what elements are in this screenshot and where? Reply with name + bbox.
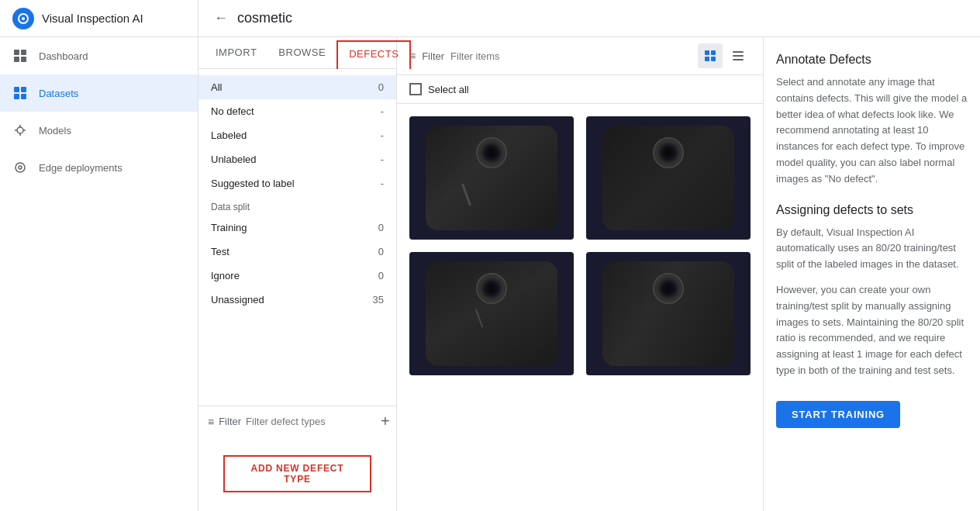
defect-training-label: Training: [211, 222, 247, 233]
annotate-defects-text: Select and annotate any image that conta…: [776, 74, 968, 188]
defect-item-unassigned[interactable]: Unassigned 35: [198, 288, 396, 312]
add-defect-type-icon[interactable]: +: [381, 413, 390, 430]
svg-rect-21: [733, 51, 744, 53]
select-all-row: Select all: [397, 75, 763, 104]
top-bar: Visual Inspection AI ← cosmetic: [0, 0, 980, 37]
grid-view-button[interactable]: [698, 43, 723, 68]
svg-rect-2: [14, 50, 19, 55]
defect-all-label: All: [211, 81, 222, 93]
defect-item-no-defect[interactable]: No defect -: [198, 99, 396, 123]
defect-item-all[interactable]: All 0: [198, 75, 396, 99]
image-toolbar: ≡ Filter: [397, 37, 763, 75]
assigning-defects-title: Assigning defects to sets: [776, 203, 968, 217]
list-view-button[interactable]: [726, 43, 751, 68]
svg-rect-20: [711, 57, 716, 61]
svg-rect-19: [705, 57, 709, 61]
defect-unassigned-count: 35: [373, 294, 384, 306]
defect-labeled-label: Labeled: [211, 129, 247, 141]
back-button[interactable]: ←: [214, 10, 228, 26]
defect-item-training[interactable]: Training 0: [198, 216, 396, 240]
svg-rect-23: [733, 59, 744, 60]
svg-rect-3: [21, 50, 26, 55]
image-card-2[interactable]: [586, 116, 751, 240]
defect-filter-row: ≡ Filter +: [198, 406, 396, 437]
image-grid: [397, 104, 763, 511]
image-card-4[interactable]: [586, 252, 751, 375]
svg-rect-6: [14, 87, 19, 92]
defect-unassigned-label: Unassigned: [211, 294, 264, 306]
models-icon: [12, 123, 28, 138]
sidebar-item-dashboard-label: Dashboard: [39, 50, 88, 62]
sidebar-item-models-label: Models: [39, 125, 71, 136]
sidebar-item-models[interactable]: Models: [0, 112, 198, 149]
select-all-checkbox[interactable]: [409, 83, 422, 95]
tab-browse[interactable]: BROWSE: [267, 37, 336, 69]
defect-item-labeled[interactable]: Labeled -: [198, 123, 396, 147]
defect-suggested-label: Suggested to label: [211, 178, 295, 189]
brand-area: Visual Inspection AI: [0, 0, 198, 36]
defect-filter-input[interactable]: [246, 416, 376, 427]
svg-rect-7: [21, 87, 26, 92]
defect-training-count: 0: [378, 222, 384, 233]
defect-labeled-count: -: [381, 129, 384, 141]
image-card-1[interactable]: [409, 116, 574, 240]
svg-point-16: [19, 166, 22, 169]
defect-ignore-label: Ignore: [211, 270, 240, 281]
filter-toolbar-icon: ≡: [409, 50, 416, 62]
edge-icon: [12, 160, 28, 175]
content-area: IMPORT BROWSE DEFECTS All 0 No defect - …: [198, 37, 980, 511]
sidebar-item-edge-label: Edge deployments: [39, 162, 122, 174]
datasets-icon: [12, 85, 28, 101]
filter-toolbar-label: Filter: [422, 50, 444, 62]
annotate-defects-title: Annotate Defects: [776, 53, 968, 67]
image-card-3[interactable]: [409, 252, 574, 375]
defect-item-suggested[interactable]: Suggested to label -: [198, 171, 396, 195]
main-layout: Dashboard Datasets: [0, 37, 980, 511]
filter-items-input[interactable]: [450, 50, 692, 62]
sidebar-item-dashboard[interactable]: Dashboard: [0, 37, 198, 74]
tab-import[interactable]: IMPORT: [205, 37, 267, 69]
data-split-header: Data split: [198, 195, 396, 216]
defect-panel: IMPORT BROWSE DEFECTS All 0 No defect - …: [198, 37, 397, 511]
sidebar-item-datasets-label: Datasets: [39, 88, 78, 99]
defect-suggested-count: -: [381, 178, 384, 189]
svg-rect-4: [14, 57, 19, 62]
view-toggle: [698, 43, 751, 68]
defect-all-count: 0: [378, 81, 384, 93]
defect-test-count: 0: [378, 246, 384, 257]
dashboard-icon: [12, 48, 28, 64]
brand-icon: [12, 8, 34, 29]
page-title: cosmetic: [237, 10, 292, 26]
info-panel: Annotate Defects Select and annotate any…: [763, 37, 980, 511]
image-area: ≡ Filter: [397, 37, 763, 511]
defect-item-ignore[interactable]: Ignore 0: [198, 264, 396, 288]
defect-ignore-count: 0: [378, 270, 384, 281]
tabs-bar: IMPORT BROWSE DEFECTS: [198, 37, 396, 69]
svg-point-15: [16, 163, 25, 172]
defect-item-unlabeled[interactable]: Unlabeled -: [198, 147, 396, 171]
defect-unlabeled-label: Unlabeled: [211, 154, 257, 165]
top-bar-content: ← cosmetic: [198, 10, 980, 26]
add-new-defect-button[interactable]: ADD NEW DEFECT TYPE: [223, 455, 371, 492]
svg-point-1: [22, 17, 25, 20]
defect-item-test[interactable]: Test 0: [198, 240, 396, 264]
filter-icon: ≡: [208, 416, 214, 428]
brand-title: Visual Inspection AI: [42, 12, 143, 25]
select-all-label: Select all: [428, 84, 469, 95]
filter-label-text: Filter: [219, 416, 241, 427]
assigning-defects-text1: By default, Visual Inspection AI automat…: [776, 225, 968, 273]
svg-point-10: [17, 127, 23, 133]
start-training-button[interactable]: START TRAINING: [776, 401, 900, 428]
svg-rect-18: [711, 50, 716, 55]
svg-rect-5: [21, 57, 26, 62]
sidebar-item-datasets[interactable]: Datasets: [0, 74, 198, 112]
sidebar-item-edge[interactable]: Edge deployments: [0, 149, 198, 186]
svg-rect-22: [733, 55, 744, 57]
defect-unlabeled-count: -: [381, 154, 384, 165]
defect-test-label: Test: [211, 246, 229, 257]
defect-no-defect-label: No defect: [211, 105, 254, 117]
sidebar: Dashboard Datasets: [0, 37, 198, 511]
defect-no-defect-count: -: [381, 105, 384, 117]
assigning-defects-text2: However, you can create your own trainin…: [776, 282, 968, 379]
svg-rect-9: [21, 94, 26, 99]
